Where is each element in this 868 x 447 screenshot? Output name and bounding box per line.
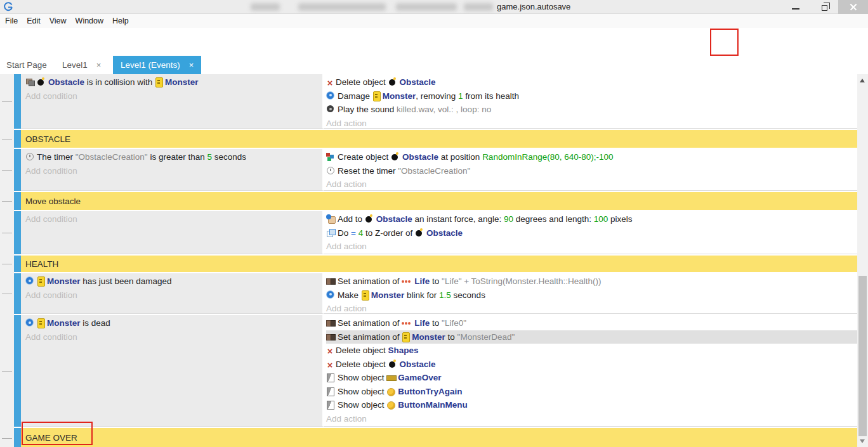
text-segment: an instant force, angle: — [412, 214, 504, 224]
comment-label: GAME OVER — [21, 428, 857, 447]
minimize-button[interactable] — [792, 8, 799, 10]
action-line[interactable]: Create object Obstacle at position Rando… — [326, 150, 857, 164]
add-action-button[interactable]: Add action — [326, 302, 857, 314]
event-selector-bar[interactable] — [14, 273, 21, 314]
anim-icon — [326, 318, 336, 327]
condition-line[interactable]: Monster has just been damaged — [25, 275, 322, 288]
action-line[interactable]: ×Delete object Obstacle — [326, 75, 857, 89]
text-segment: Monster — [371, 290, 405, 300]
text-segment: seconds — [451, 290, 485, 300]
menu-file[interactable]: File — [5, 16, 18, 25]
text-segment: to — [430, 276, 442, 286]
text-segment: Set animation of — [338, 276, 402, 286]
add-action-button[interactable]: Add action — [326, 117, 857, 129]
damage-icon — [25, 276, 35, 285]
comment-event[interactable]: OBSTACLE — [14, 130, 857, 148]
actions-cell: Set animation of Life to "Life0"Set anim… — [324, 315, 857, 427]
actions-cell: Set animation of Life to "Life" + ToStri… — [324, 273, 857, 314]
text-segment: to — [445, 332, 457, 342]
action-line[interactable]: Reset the timer "ObstacleCreation" — [326, 164, 857, 178]
restore-button[interactable] — [822, 5, 827, 11]
condition-line[interactable]: The timer "ObstacleCreation" is greater … — [25, 150, 322, 164]
events-gutter — [0, 74, 14, 447]
text-segment: Set animation of — [338, 332, 402, 342]
text-segment: "Life0" — [442, 318, 466, 328]
event-selector-bar[interactable] — [14, 211, 21, 254]
text-segment: is dead — [81, 318, 110, 328]
menu-window[interactable]: Window — [76, 16, 103, 25]
text-segment: pixels — [608, 214, 632, 224]
tab-level1[interactable]: Level1 × — [62, 56, 101, 74]
action-line[interactable]: Show object ButtonTryAgain — [326, 385, 857, 399]
add-action-button[interactable]: Add action — [326, 240, 857, 254]
text-segment: Make — [338, 290, 361, 300]
action-line[interactable]: Set animation of Life to "Life" + ToStri… — [326, 275, 857, 288]
comment-event[interactable]: GAME OVER — [14, 428, 857, 447]
text-segment: has just been damaged — [81, 276, 172, 286]
text-segment: Obstacle — [48, 77, 84, 87]
action-line[interactable]: Set animation of Monster to "MonsterDead… — [326, 330, 857, 344]
redacted-title-segment — [464, 3, 493, 11]
menu-help[interactable]: Help — [112, 16, 129, 25]
text-segment: Add action — [326, 119, 367, 128]
add-condition-button[interactable]: Add condition — [25, 164, 322, 178]
add-action-button[interactable]: Add action — [326, 178, 857, 191]
action-line[interactable]: Do = 4 to Z-order of Obstacle — [326, 226, 857, 240]
close-icon[interactable]: × — [189, 60, 194, 70]
comment-event[interactable]: HEALTH — [14, 256, 857, 272]
event-selector-bar[interactable] — [14, 256, 21, 272]
action-line[interactable]: Add to Obstacle an instant force, angle:… — [326, 212, 857, 226]
event-selector-bar[interactable] — [14, 192, 21, 210]
tab-level1-events[interactable]: Level1 (Events) × — [113, 56, 201, 74]
event-row[interactable]: Monster is deadAdd conditionSet animatio… — [14, 315, 857, 427]
action-line[interactable]: ×Delete object Shapes — [326, 344, 857, 358]
text-segment: Add condition — [25, 91, 77, 101]
event-selector-bar[interactable] — [14, 428, 21, 447]
event-row[interactable]: The timer "ObstacleCreation" is greater … — [14, 149, 857, 191]
event-selector-bar[interactable] — [14, 74, 21, 129]
text-segment: Add condition — [25, 214, 77, 224]
condition-line[interactable]: Obstacle is in collision with Monster — [25, 75, 322, 89]
action-line[interactable]: Set animation of Life to "Life0" — [326, 316, 857, 330]
comment-event[interactable]: Move obstacle — [14, 192, 857, 210]
add-condition-button[interactable]: Add condition — [25, 288, 322, 302]
events-sheet: Obstacle is in collision with MonsterAdd… — [0, 74, 857, 447]
redacted-title-segment — [396, 3, 457, 11]
add-condition-button[interactable]: Add condition — [25, 212, 322, 226]
close-button[interactable] — [838, 0, 868, 14]
event-row[interactable]: Monster has just been damagedAdd conditi… — [14, 273, 857, 314]
action-line[interactable]: Make Monster blink for 1.5 seconds — [326, 288, 857, 302]
add-action-button[interactable]: Add action — [326, 412, 857, 426]
action-line[interactable]: Show object GameOver — [326, 371, 857, 385]
action-line[interactable]: ×Delete object Obstacle — [326, 358, 857, 372]
add-condition-button[interactable]: Add condition — [25, 89, 322, 103]
delete-icon: × — [326, 361, 334, 370]
tab-start-page[interactable]: Start Page — [6, 56, 47, 74]
event-selector-bar[interactable] — [14, 315, 21, 427]
menu-view[interactable]: View — [49, 16, 67, 25]
vertical-scrollbar[interactable] — [857, 74, 868, 447]
scroll-up-arrow-icon[interactable] — [860, 79, 865, 82]
damage-icon — [326, 290, 336, 299]
scroll-down-arrow-icon[interactable] — [860, 439, 865, 443]
event-selector-bar[interactable] — [14, 130, 21, 148]
event-selector-bar[interactable] — [14, 149, 21, 191]
event-row[interactable]: Add conditionAdd to Obstacle an instant … — [14, 211, 857, 254]
text-segment: ButtonMainMenu — [398, 400, 467, 410]
menu-edit[interactable]: Edit — [27, 16, 41, 25]
redacted-title-segment — [251, 3, 280, 11]
text-segment: Add action — [326, 242, 367, 251]
action-line[interactable]: Show object ButtonMainMenu — [326, 398, 857, 412]
monster-icon — [402, 332, 410, 341]
scrollbar-thumb[interactable] — [858, 276, 867, 436]
close-icon[interactable]: × — [96, 60, 102, 70]
text-segment: Show object — [338, 400, 386, 410]
add-condition-button[interactable]: Add condition — [25, 330, 322, 344]
action-line[interactable]: Damage Monster, removing 1 from its heal… — [326, 89, 857, 103]
condition-line[interactable]: Monster is dead — [25, 316, 322, 330]
conditions-cell: Monster has just been damagedAdd conditi… — [21, 273, 324, 314]
app-icon — [3, 2, 13, 12]
event-row[interactable]: Obstacle is in collision with MonsterAdd… — [14, 74, 857, 129]
text-segment: degrees and length: — [513, 214, 594, 224]
action-line[interactable]: Play the sound killed.wav, vol.: , loop:… — [326, 103, 857, 117]
